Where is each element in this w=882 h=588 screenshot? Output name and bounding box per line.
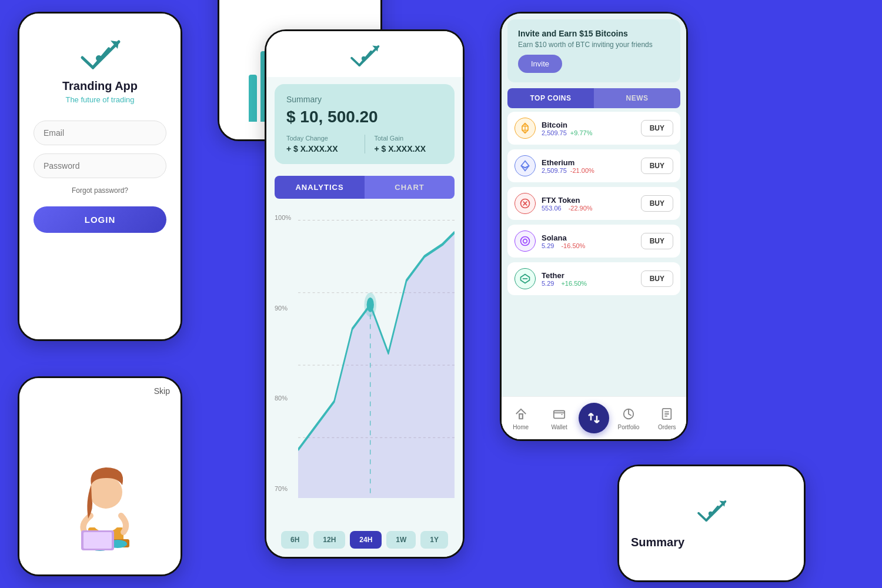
phone-main: Summary $ 10, 500.20 Today Change + $ X.… xyxy=(265,29,465,559)
total-gain-value: + $ X.XXX.XX xyxy=(375,144,443,153)
invite-title: Invite and Earn $15 Bitcoins xyxy=(518,29,670,38)
password-field[interactable] xyxy=(34,153,166,178)
nav-portfolio[interactable]: Portfolio xyxy=(609,406,647,430)
solana-change: -16.50% xyxy=(561,242,585,249)
svg-marker-19 xyxy=(521,166,529,171)
ftx-name: FTX Token xyxy=(542,196,641,205)
time-btn-1w[interactable]: 1W xyxy=(386,531,416,549)
y-label-80: 80% xyxy=(275,395,291,402)
tether-icon xyxy=(514,268,536,289)
tab-analytics[interactable]: ANALYTICS xyxy=(275,176,365,199)
tab-news[interactable]: NEWS xyxy=(594,88,680,108)
svg-point-44 xyxy=(709,511,713,515)
home-label: Home xyxy=(513,424,529,430)
svg-point-24 xyxy=(523,239,527,243)
svg-point-2 xyxy=(96,55,102,61)
ftx-price: 553.06 xyxy=(542,205,562,212)
bitcoin-name: Bitcoin xyxy=(542,121,641,129)
ftx-buy-button[interactable]: BUY xyxy=(641,195,673,212)
main-canvas: Tranding App The future of trading Forgo… xyxy=(0,0,882,588)
phone-login: Tranding App The future of trading Forgo… xyxy=(18,12,182,341)
line-chart xyxy=(298,208,455,498)
solana-buy-button[interactable]: BUY xyxy=(641,233,673,249)
summary-amount: $ 10, 500.20 xyxy=(286,108,443,126)
bitcoin-icon xyxy=(514,118,536,139)
coin-list: Bitcoin 2,509.75 +9.77% BUY Etherium xyxy=(502,112,686,396)
summary-card: Summary $ 10, 500.20 Today Change + $ X.… xyxy=(275,84,455,164)
tab-top-coins[interactable]: TOP COINS xyxy=(507,88,594,108)
y-label-70: 70% xyxy=(275,485,291,492)
etherium-info: Etherium 2,509.75 -21.00% xyxy=(542,158,641,174)
svg-rect-28 xyxy=(554,411,564,419)
total-gain-stat: Total Gain + $ X.XXX.XX xyxy=(375,135,443,153)
home-icon xyxy=(513,406,529,422)
orders-icon xyxy=(659,406,675,422)
today-change-value: + $ X.XXX.XX xyxy=(286,144,355,153)
bottom-nav: Home Wallet Portfolio xyxy=(502,396,686,439)
ftx-change: -22.90% xyxy=(569,205,593,212)
time-btn-1y[interactable]: 1Y xyxy=(420,531,448,549)
invite-button[interactable]: Invite xyxy=(518,55,562,73)
woman-illustration xyxy=(19,378,181,574)
coin-item-bitcoin: Bitcoin 2,509.75 +9.77% BUY xyxy=(507,112,680,145)
etherium-name: Etherium xyxy=(542,158,641,167)
invite-sub: Earn $10 worth of BTC inviting your frie… xyxy=(518,41,670,49)
tether-price: 5.29 xyxy=(542,280,554,287)
y-label-100: 100% xyxy=(275,214,291,221)
portfolio-label: Portfolio xyxy=(618,424,640,430)
swap-button[interactable] xyxy=(579,403,609,433)
time-btn-24h[interactable]: 24H xyxy=(350,531,382,549)
time-btn-12h[interactable]: 12H xyxy=(313,531,345,549)
main-logo xyxy=(347,43,382,69)
nav-home[interactable]: Home xyxy=(502,406,540,430)
skip-button[interactable]: Skip xyxy=(154,386,170,396)
time-btn-6h[interactable]: 6H xyxy=(281,531,309,549)
bitcoin-price: 2,509.75 xyxy=(542,129,567,136)
nav-center[interactable] xyxy=(579,403,609,433)
solana-icon xyxy=(514,230,536,252)
tether-buy-button[interactable]: BUY xyxy=(641,270,673,287)
bitcoin-info: Bitcoin 2,509.75 +9.77% xyxy=(542,121,641,136)
y-label-90: 90% xyxy=(275,305,291,312)
login-button[interactable]: LOGIN xyxy=(34,206,166,233)
tether-change: +16.50% xyxy=(561,280,587,287)
stats-divider xyxy=(365,135,365,153)
analytics-tabs: ANALYTICS CHART xyxy=(275,176,455,199)
nav-orders[interactable]: Orders xyxy=(648,406,686,430)
coin-item-ftx: FTX Token 553.06 -22.90% BUY xyxy=(507,187,680,220)
nav-wallet[interactable]: Wallet xyxy=(540,406,578,430)
tab-chart[interactable]: CHART xyxy=(365,176,455,199)
total-gain-label: Total Gain xyxy=(375,135,443,142)
app-subtitle: The future of trading xyxy=(65,95,134,104)
chart-y-labels: 100% 90% 80% 70% xyxy=(275,208,291,498)
svg-rect-27 xyxy=(519,414,523,419)
email-field[interactable] xyxy=(34,121,166,145)
svg-rect-40 xyxy=(83,532,112,549)
invite-banner: Invite and Earn $15 Bitcoins Earn $10 wo… xyxy=(507,19,680,82)
coin-item-etherium: Etherium 2,509.75 -21.00% BUY xyxy=(507,149,680,182)
coin-item-tether: Tether 5.29 +16.50% BUY xyxy=(507,262,680,295)
etherium-icon xyxy=(514,155,536,176)
svg-point-5 xyxy=(362,56,366,61)
summary-label: Summary xyxy=(286,95,443,104)
bar-1 xyxy=(249,75,257,122)
bitcoin-buy-button[interactable]: BUY xyxy=(641,120,673,136)
logo-area: Tranding App The future of trading xyxy=(62,37,138,104)
ftx-icon xyxy=(514,193,536,214)
main-header xyxy=(266,31,463,77)
woman-svg xyxy=(35,416,165,569)
coin-item-solana: Solana 5.29 -16.50% BUY xyxy=(507,225,680,258)
coins-tabs: TOP COINS NEWS xyxy=(507,88,680,108)
solana-name: Solana xyxy=(542,233,641,242)
app-logo xyxy=(76,37,123,72)
wallet-icon xyxy=(551,406,567,422)
etherium-buy-button[interactable]: BUY xyxy=(641,158,673,174)
etherium-price: 2,509.75 xyxy=(542,167,567,174)
bitcoin-change: +9.77% xyxy=(570,129,593,136)
svg-marker-10 xyxy=(298,232,455,498)
tether-name: Tether xyxy=(542,271,641,280)
forgot-password-link[interactable]: Forgot password? xyxy=(72,186,128,195)
ftx-info: FTX Token 553.06 -22.90% xyxy=(542,196,641,212)
phone-woman: Skip xyxy=(18,376,182,576)
app-title: Tranding App xyxy=(62,79,138,93)
